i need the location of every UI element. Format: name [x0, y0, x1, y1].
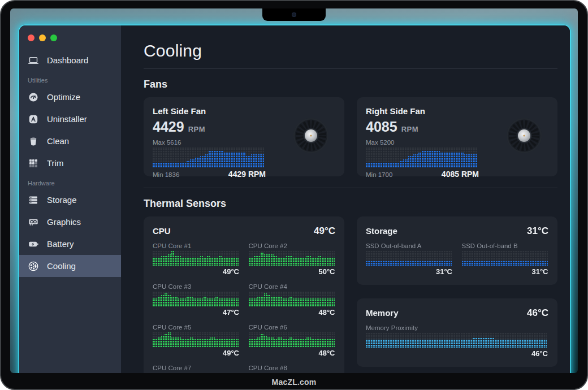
appstore-icon	[27, 113, 40, 125]
section-label-utilities: Utilities	[19, 71, 121, 86]
minimize-button[interactable]	[39, 34, 46, 41]
sensor-cell: CPU Core #748°C	[153, 365, 239, 373]
fans-heading: Fans	[144, 79, 557, 90]
fan-min-label: Min 1836	[153, 171, 179, 178]
card-title: CPU	[153, 226, 171, 236]
sensor-temp: 31°C	[462, 267, 548, 276]
laptop-frame: Dashboard Utilities Optimize Uninstal	[0, 0, 588, 390]
webcam-icon	[292, 12, 296, 17]
sensor-cell: Memory Proximity46°C	[366, 324, 548, 358]
sensor-temp: 47°C	[153, 308, 239, 317]
main-content: Cooling Fans Left Side Fan 4429 RPM Max …	[121, 25, 570, 373]
divider	[144, 68, 557, 69]
sensor-graph	[153, 292, 239, 307]
sensor-label: SSD Out-of-band B	[462, 242, 548, 249]
sensor-temp: 46°C	[366, 349, 548, 358]
sensor-cell: CPU Core #648°C	[249, 324, 335, 357]
app-window: Dashboard Utilities Optimize Uninstal	[19, 25, 570, 373]
sidebar-item-label: Uninstaller	[47, 114, 87, 124]
sensor-graph	[249, 292, 335, 307]
fan-current-label: 4085 RPM	[442, 170, 479, 179]
card-title: Memory	[366, 308, 399, 318]
sensor-graph	[249, 332, 335, 348]
fans-grid: Left Side Fan 4429 RPM Max 5616 Min 1836…	[144, 97, 557, 176]
sensor-label: CPU Core #2	[249, 242, 335, 249]
sidebar-nav: Dashboard Utilities Optimize Uninstal	[19, 49, 121, 277]
fan-card-right: Right Side Fan 4085 RPM Max 5200 Min 170…	[357, 97, 557, 176]
memory-sensor-list: Memory Proximity46°C	[366, 324, 548, 358]
section-label-hardware: Hardware	[19, 174, 121, 189]
fan-current-label: 4429 RPM	[228, 170, 266, 179]
fan-rpm-unit: RPM	[401, 125, 418, 133]
sidebar-item-clean[interactable]: Clean	[19, 130, 121, 152]
card-title: Storage	[366, 226, 397, 236]
cpu-sensor-list: CPU Core #149°CCPU Core #250°CCPU Core #…	[153, 242, 335, 373]
sensor-graph	[366, 251, 452, 266]
sidebar-item-label: Trim	[47, 158, 63, 168]
fan-history-graph	[153, 148, 266, 168]
gauge-icon	[27, 91, 40, 103]
sidebar-item-cooling[interactable]: Cooling	[19, 255, 121, 277]
sensor-temp: 48°C	[249, 349, 335, 357]
fan-title: Right Side Fan	[366, 106, 548, 116]
sidebar-item-optimize[interactable]: Optimize	[19, 86, 121, 108]
sidebar-item-dashboard[interactable]: Dashboard	[19, 49, 121, 71]
sidebar-item-uninstaller[interactable]: Uninstaller	[19, 108, 121, 130]
sensor-temp: 48°C	[249, 308, 335, 317]
sidebar-item-graphics[interactable]: Graphics	[19, 211, 121, 233]
sensor-graph	[153, 251, 239, 266]
sidebar: Dashboard Utilities Optimize Uninstal	[19, 25, 121, 373]
fan-history-graph	[366, 148, 479, 168]
sensor-temp: 31°C	[366, 267, 452, 276]
sensor-label: CPU Core #5	[153, 324, 239, 331]
cpu-card: CPU 49°C CPU Core #149°CCPU Core #250°CC…	[144, 216, 344, 373]
sensor-temp: 50°C	[249, 267, 335, 276]
sensor-label: Memory Proximity	[366, 324, 548, 331]
sensor-cell: SSD Out-of-band B31°C	[462, 242, 548, 276]
thermal-heading: Thermal Sensors	[144, 198, 557, 210]
sensor-label: CPU Core #3	[153, 283, 239, 290]
sidebar-item-label: Graphics	[47, 217, 81, 227]
bucket-icon	[27, 135, 40, 148]
sensor-cell: CPU Core #149°C	[153, 242, 239, 276]
sidebar-item-storage[interactable]: Storage	[19, 189, 121, 211]
sidebar-item-label: Battery	[47, 239, 74, 249]
fan-illustration-icon	[292, 117, 330, 157]
close-button[interactable]	[28, 34, 34, 41]
fan-title: Left Side Fan	[153, 106, 335, 116]
sidebar-item-label: Optimize	[47, 92, 80, 102]
thermal-right-column: Storage 31°C SSD Out-of-band A31°CSSD Ou…	[357, 216, 557, 373]
sidebar-item-label: Storage	[47, 195, 77, 205]
screen: Dashboard Utilities Optimize Uninstal	[10, 8, 578, 373]
watermark: MacZL.com	[1, 378, 587, 387]
sensor-cell: SSD Out-of-band A31°C	[366, 242, 452, 276]
sidebar-item-battery[interactable]: Battery	[19, 233, 121, 255]
grid-icon	[27, 157, 40, 170]
card-temp: 49°C	[314, 226, 335, 237]
sensor-label: SSD Out-of-band A	[366, 242, 452, 249]
sidebar-item-label: Cooling	[47, 261, 76, 271]
sensor-label: CPU Core #1	[153, 242, 239, 249]
traffic-lights	[19, 32, 121, 45]
sensor-cell: CPU Core #549°C	[153, 324, 239, 357]
fan-card-left: Left Side Fan 4429 RPM Max 5616 Min 1836…	[144, 97, 344, 176]
sensor-cell: CPU Core #848°C	[249, 365, 335, 373]
sidebar-item-label: Clean	[47, 136, 69, 146]
sensor-cell: CPU Core #250°C	[249, 242, 335, 276]
battery-icon	[27, 238, 40, 250]
fan-min-label: Min 1700	[366, 171, 392, 178]
zoom-button[interactable]	[50, 34, 57, 41]
laptop-icon	[27, 54, 40, 67]
storage-card: Storage 31°C SSD Out-of-band A31°CSSD Ou…	[357, 216, 557, 285]
sensor-temp: 49°C	[153, 267, 239, 276]
sidebar-item-trim[interactable]: Trim	[19, 152, 121, 174]
server-icon	[27, 194, 40, 206]
card-temp: 31°C	[527, 226, 548, 237]
sensor-graph	[462, 251, 548, 266]
divider	[144, 188, 557, 188]
fan-icon	[27, 260, 40, 272]
fan-illustration-icon	[505, 117, 543, 157]
sensor-label: CPU Core #4	[249, 283, 335, 290]
fan-rpm-value: 4085	[366, 119, 397, 135]
display-notch	[262, 8, 326, 21]
